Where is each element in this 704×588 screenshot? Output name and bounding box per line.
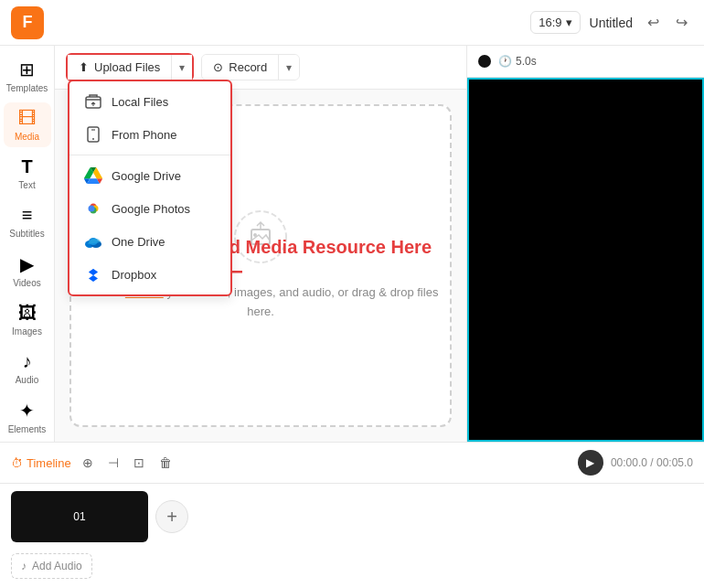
sidebar-item-elements[interactable]: ✦ Elements (4, 394, 51, 440)
dropdown-dropbox[interactable]: Dropbox (69, 258, 230, 291)
one-drive-icon (84, 232, 102, 251)
dropdown-google-photos[interactable]: Google Photos (69, 192, 230, 225)
svg-marker-12 (89, 269, 98, 275)
time-display: 5.0s (516, 55, 537, 68)
google-photos-label: Google Photos (112, 202, 190, 216)
add-audio-icon: ♪ (21, 560, 27, 572)
app-logo: F (11, 6, 44, 39)
preview-controls (478, 55, 491, 68)
dropdown-from-phone[interactable]: From Phone (69, 118, 230, 151)
play-button[interactable]: ▶ (578, 450, 603, 476)
dropdown-google-drive[interactable]: Google Drive (69, 159, 230, 192)
record-button[interactable]: ⊙ Record (202, 55, 278, 80)
upload-dropdown: Local Files From Phone Google Drive (68, 80, 232, 296)
record-group: ⊙ Record ▾ (201, 54, 300, 80)
upload-icon: ⬆ (79, 60, 89, 74)
timeline-time: 00:00.0 / 00:05.0 (611, 456, 693, 469)
preview-dot (478, 55, 491, 68)
record-icon: ⊙ (213, 60, 223, 74)
templates-icon: ⊞ (19, 59, 35, 80)
upload-area-icon (233, 209, 288, 273)
dropdown-one-drive[interactable]: One Drive (69, 225, 230, 258)
upload-files-group: ⬆ Upload Files ▾ Local Files (66, 53, 194, 81)
dropbox-label: Dropbox (112, 268, 156, 282)
videos-icon: ▶ (20, 253, 34, 275)
timeline-add-clip-button[interactable]: + (155, 500, 188, 533)
timeline-icon: ⏱ (11, 456, 23, 470)
record-caret-button[interactable]: ▾ (278, 55, 299, 80)
preview-topbar: 🕐 5.0s (467, 46, 704, 78)
subtitles-label: Subtitles (9, 229, 44, 239)
timeline-label: ⏱ Timeline (11, 456, 71, 470)
google-photos-icon (84, 199, 102, 218)
from-phone-icon (84, 125, 102, 144)
sidebar-item-images[interactable]: 🖼 Images (4, 297, 51, 342)
aspect-ratio-caret: ▾ (566, 16, 572, 29)
audio-icon: ♪ (23, 351, 32, 372)
one-drive-label: One Drive (112, 235, 165, 249)
upload-files-button[interactable]: ⬆ Upload Files (68, 55, 171, 80)
dropdown-local-files[interactable]: Local Files (69, 85, 230, 118)
right-panel: 🕐 5.0s (466, 46, 704, 442)
text-label: Text (18, 180, 35, 190)
dropbox-icon (84, 265, 102, 283)
sidebar-item-subtitles[interactable]: ≡ Subtitles (4, 199, 51, 244)
elements-label: Elements (8, 424, 47, 434)
redo-button[interactable]: ↪ (670, 10, 693, 35)
clip-label: 01 (73, 510, 85, 523)
add-audio-label: Add Audio (32, 560, 82, 572)
project-title: Untitled (590, 16, 633, 30)
svg-point-2 (92, 138, 94, 140)
aspect-ratio-label: 16:9 (539, 16, 561, 29)
add-audio-button[interactable]: ♪ Add Audio (11, 553, 92, 579)
left-sidebar: ⊞ Templates 🎞 Media T Text ≡ Subtitles ▶… (0, 46, 55, 442)
templates-label: Templates (6, 83, 48, 93)
record-label: Record (229, 60, 267, 74)
main-layout: ⊞ Templates 🎞 Media T Text ≡ Subtitles ▶… (0, 46, 704, 442)
timeline-area: ⏱ Timeline ⊕ ⊣ ⊡ 🗑 ▶ 00:00.0 / 00:05.0 0… (0, 442, 704, 588)
from-phone-label: From Phone (112, 128, 177, 142)
timeline-clip-1[interactable]: 01 (11, 491, 148, 542)
upload-files-label: Upload Files (94, 60, 160, 74)
dropdown-divider-1 (69, 155, 230, 155)
timeline-text: Timeline (27, 456, 71, 470)
subtitles-icon: ≡ (22, 205, 33, 226)
media-toolbar: ⬆ Upload Files ▾ Local Files (55, 46, 466, 90)
svg-point-7 (89, 206, 95, 212)
top-bar: F 16:9 ▾ Untitled ↩ ↪ (0, 0, 704, 46)
text-icon: T (21, 156, 32, 177)
timeline-toolbar: ⏱ Timeline ⊕ ⊣ ⊡ 🗑 ▶ 00:00.0 / 00:05.0 (0, 443, 704, 484)
aspect-ratio-button[interactable]: 16:9 ▾ (530, 11, 580, 34)
elements-icon: ✦ (19, 400, 35, 422)
sidebar-item-media[interactable]: 🎞 Media (4, 102, 51, 147)
local-files-label: Local Files (112, 95, 168, 109)
local-files-icon (84, 92, 102, 111)
timeline-split-button[interactable]: ⊣ (104, 454, 123, 472)
media-label: Media (15, 132, 39, 142)
google-drive-label: Google Drive (112, 169, 181, 183)
clock-icon: 🕐 (498, 55, 512, 68)
timeline-track: 01 + (11, 491, 188, 542)
timeline-add-button[interactable]: ⊕ (79, 454, 97, 472)
upload-caret-button[interactable]: ▾ (171, 55, 192, 80)
images-label: Images (12, 326, 42, 337)
media-icon: 🎞 (18, 108, 37, 129)
timeline-crop-button[interactable]: ⊡ (130, 454, 148, 472)
timeline-delete-button[interactable]: 🗑 (155, 454, 176, 472)
timeline-content: 01 + (0, 484, 704, 550)
preview-time: 🕐 5.0s (498, 55, 537, 68)
sidebar-item-text[interactable]: T Text (4, 151, 51, 196)
sidebar-item-templates[interactable]: ⊞ Templates (4, 53, 51, 99)
videos-label: Videos (13, 278, 40, 288)
center-panel: ⬆ Upload Files ▾ Local Files (55, 46, 466, 442)
undo-button[interactable]: ↩ (642, 10, 665, 35)
sidebar-item-audio[interactable]: ♪ Audio (4, 346, 51, 390)
sidebar-item-videos[interactable]: ▶ Videos (4, 248, 51, 294)
preview-canvas (467, 78, 704, 442)
images-icon: 🖼 (18, 303, 37, 324)
undo-redo-group: ↩ ↪ (642, 10, 693, 35)
google-drive-icon (84, 166, 102, 185)
audio-label: Audio (16, 375, 39, 385)
